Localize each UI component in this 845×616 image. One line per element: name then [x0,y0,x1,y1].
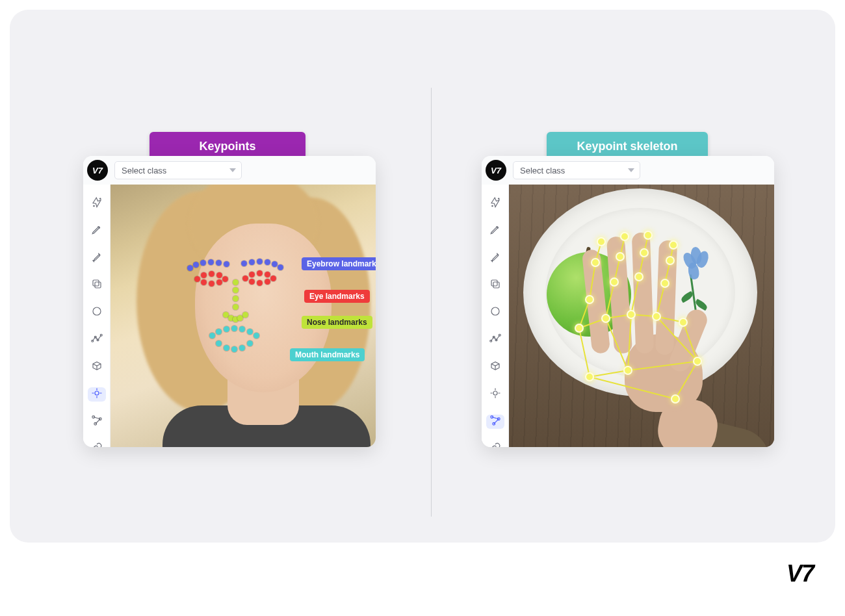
link-icon [489,442,501,447]
canvas-background: Keypoints Keypoint skeleton V7 Select cl… [10,10,835,543]
keypoint-eye[interactable] [201,279,207,285]
keypoint-eye[interactable] [257,270,263,276]
keypoint-mouth[interactable] [239,326,245,332]
cuboid-icon [91,360,103,374]
label-eyebrow: Eyebrow landmarks [302,257,376,270]
keypoint-nose[interactable] [233,279,239,285]
ellipse-icon [91,305,103,320]
keypoint-eyebrow[interactable] [249,259,255,265]
tool-skeleton[interactable] [486,415,504,429]
keypoint-nose[interactable] [233,296,239,302]
keypoint-eye[interactable] [216,279,222,285]
svg-point-13 [498,198,499,199]
tool-auto-annotate[interactable] [486,196,504,211]
keypoint-mouth[interactable] [247,329,253,335]
pen-icon [91,224,103,238]
keypoint-eyebrow[interactable] [193,262,199,268]
chevron-down-icon [229,168,236,172]
tool-skeleton[interactable] [88,415,106,429]
tool-pen[interactable] [486,224,504,238]
keypoint-eye[interactable] [242,276,248,281]
skeleton-icon [489,415,501,429]
tool-cuboid[interactable] [486,360,504,374]
class-select-placeholder: Select class [520,166,565,175]
tool-polyline[interactable] [486,333,504,347]
keypoint-eye[interactable] [216,272,222,278]
tool-copy[interactable] [486,278,504,292]
keypoint-eyebrow[interactable] [272,261,278,267]
keypoint-eyebrow[interactable] [187,265,193,271]
annotation-panel-keypoints: V7 Select class Eyebrow landmarks Eye la… [83,156,376,447]
keypoint-mouth[interactable] [224,326,229,332]
keypoint-eye[interactable] [265,279,270,285]
keypoint-eyebrow[interactable] [216,260,222,266]
keypoint-nose[interactable] [233,287,239,293]
tool-brush[interactable] [88,251,106,265]
keypoint-eye[interactable] [249,272,255,277]
keypoint-eye[interactable] [257,280,263,286]
keypoint-mouth[interactable] [239,345,245,351]
keypoint-mouth[interactable] [231,326,237,331]
keypoint-eyebrow[interactable] [224,261,229,267]
tool-link[interactable] [88,442,106,447]
tool-ellipse[interactable] [88,305,106,320]
chevron-down-icon [628,168,634,172]
skeleton-icon [91,415,103,429]
keypoint-eye[interactable] [194,276,200,282]
keypoint-mouth[interactable] [247,340,253,346]
keypoint-eye[interactable] [209,271,214,277]
keypoint-eye[interactable] [201,272,207,278]
keypoint-mouth[interactable] [216,340,222,346]
keypoint-mouth[interactable] [216,329,222,335]
label-eye: Eye landmarks [304,290,370,303]
class-select-placeholder: Select class [122,166,166,175]
sample-image-hand [509,185,774,447]
keypoint-eyebrow[interactable] [257,259,263,264]
image-viewport[interactable]: Eyebrow landmarks Eye landmarks Nose lan… [110,185,376,447]
tool-polyline[interactable] [88,333,106,347]
tool-link[interactable] [486,442,504,447]
class-select-dropdown[interactable]: Select class [114,161,242,179]
keypoint-mouth[interactable] [254,333,259,339]
polyline-icon [91,333,103,347]
annotation-toolbar [482,185,509,447]
keypoint-eyebrow[interactable] [241,261,247,266]
keypoint-eyebrow[interactable] [278,264,283,270]
svg-point-22 [493,391,497,395]
tool-brush[interactable] [486,251,504,265]
tool-cuboid[interactable] [88,360,106,374]
keypoint-mouth[interactable] [209,333,215,339]
keypoint-icon [91,387,103,402]
svg-rect-15 [493,282,499,288]
keypoint-eye[interactable] [249,279,255,285]
brush-icon [489,251,501,265]
svg-point-0 [99,198,101,199]
tool-auto-annotate[interactable] [88,196,106,211]
keypoint-eyebrow[interactable] [200,260,206,266]
keypoint-nose[interactable] [242,312,248,318]
keypoint-eye[interactable] [265,272,270,277]
class-select-dropdown[interactable]: Select class [513,161,640,179]
panel-header: V7 Select class [482,156,774,185]
tool-pen[interactable] [88,224,106,238]
keypoint-icon [489,387,501,402]
cuboid-icon [489,360,501,374]
keypoint-nose[interactable] [233,304,239,310]
link-icon [91,442,103,447]
keypoint-eye[interactable] [222,276,228,282]
v7-logo-icon: V7 [486,160,506,181]
annotation-toolbar [83,185,110,447]
keypoint-eyebrow[interactable] [208,259,214,265]
image-viewport[interactable] [509,185,774,447]
keypoint-eye[interactable] [209,281,214,287]
svg-point-9 [95,391,99,395]
keypoint-eye[interactable] [270,276,276,281]
keypoint-eyebrow[interactable] [265,259,270,265]
tool-keypoint[interactable] [486,387,504,402]
keypoint-mouth[interactable] [224,345,229,351]
copy-icon [489,278,501,292]
tool-keypoint[interactable] [88,387,106,402]
keypoint-mouth[interactable] [231,346,237,352]
tool-ellipse[interactable] [486,305,504,320]
tool-copy[interactable] [88,278,106,292]
